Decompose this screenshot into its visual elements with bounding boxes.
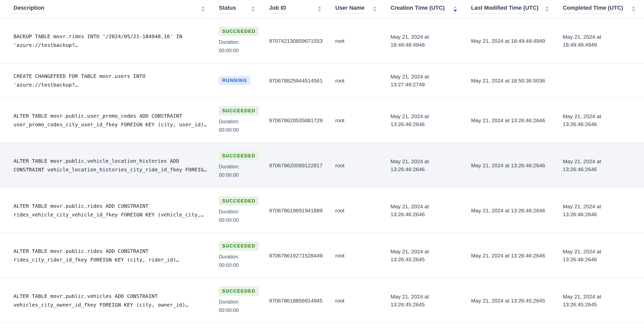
job-description-cell: ALTER TABLE movr.public.vehicles ADD CON… [14,292,219,309]
creation-time: May 21, 2024 at 13:27:49:2749 [391,73,446,88]
completed-time-cell: May 21, 2024 at 18:49:49:4949 [563,33,644,49]
sort-desc-icon [632,10,635,12]
last-modified-time-cell: May 21, 2024 at 13:26:46:2646 [471,207,563,214]
sort-asc-icon [373,6,377,8]
creation-time-cell: May 21, 2024 at 13:26:46:2646 [391,112,471,128]
last-modified-time-cell: May 21, 2024 at 18:50:36:5036 [471,77,563,85]
job-description[interactable]: ALTER TABLE movr.public.vehicles ADD CON… [14,293,188,308]
table-header-row: Description Status Job ID User Name Crea… [0,0,644,18]
sort-arrows-icon[interactable] [251,6,255,12]
job-id: 970678620535881729 [269,117,323,123]
column-header[interactable]: Status [219,5,269,13]
creation-time-cell: May 21, 2024 at 13:26:45:2645 [391,248,471,263]
column-header[interactable]: Creation Time (UTC) [391,5,471,13]
job-id-cell: 970678619691941889 [269,207,335,214]
last-modified-time: May 21, 2024 at 13:26:46:2646 [471,117,545,123]
job-id: 970678619691941889 [269,208,323,213]
duration-value: 00:00:00 [219,126,259,134]
sort-arrows-icon[interactable] [373,6,377,12]
job-row[interactable]: ALTER TABLE movr.public.vehicles ADD CON… [0,278,644,323]
job-id: 970678825944514561 [269,78,323,84]
column-header[interactable]: Job ID [269,5,335,13]
job-row[interactable]: BACKUP TABLE movr.rides INTO '/2024/05/2… [0,18,644,63]
job-description[interactable]: ALTER TABLE movr.public.user_promo_codes… [14,113,207,128]
job-row[interactable]: ALTER TABLE movr.public.rides ADD CONSTR… [0,233,644,278]
last-modified-time: May 21, 2024 at 13:26:45:2645 [471,298,545,304]
job-id-cell: 970742130859671553 [269,37,335,45]
user-name: root [335,208,344,213]
column-header[interactable]: Description [14,5,219,13]
duration-label: Duration: [219,298,259,306]
completed-time: May 21, 2024 at 13:26:46:2646 [563,248,618,263]
duration-value: 00:00:00 [219,216,259,224]
completed-time-cell: May 21, 2024 at 13:26:46:2646 [563,157,644,173]
sort-arrows-icon[interactable] [632,6,635,12]
column-header-label: Job ID [269,5,286,13]
user-name-cell: root [335,116,391,124]
creation-time: May 21, 2024 at 13:26:46:2646 [391,157,446,173]
table-body: BACKUP TABLE movr.rides INTO '/2024/05/2… [0,18,644,329]
job-description[interactable]: BACKUP TABLE movr.rides INTO '/2024/05/2… [14,33,182,48]
user-name: root [335,298,344,304]
completed-time-cell: May 21, 2024 at 13:26:46:2646 [563,202,644,218]
user-name-cell: root [335,161,391,169]
duration-label: Duration: [219,38,259,46]
completed-time: May 21, 2024 at 13:26:46:2646 [563,202,618,218]
completed-time-cell: May 21, 2024 at 13:26:46:2646 [563,248,644,263]
creation-time-cell: May 21, 2024 at 18:49:48:4948 [391,33,471,49]
job-description-cell: CREATE CHANGEFEED FOR TABLE movr.users I… [14,72,219,89]
job-id-cell: 970678618856914945 [269,297,335,305]
duration-label: Duration: [219,253,259,261]
user-name-cell: root [335,207,391,214]
sort-asc-icon [632,6,635,8]
user-name: root [335,78,344,84]
job-description[interactable]: CREATE CHANGEFEED FOR TABLE movr.users I… [14,73,145,88]
status-badge: SUCCEEDED [219,151,259,160]
sort-desc-icon [545,10,549,12]
user-name: root [335,38,344,44]
sort-arrows-icon[interactable] [545,6,549,12]
job-row[interactable]: IMPORT INTO movr.public.rides CSV DATA (… [0,323,644,329]
job-row[interactable]: ALTER TABLE movr.public.user_promo_codes… [0,98,644,143]
job-status-cell: SUCCEEDED Duration: 00:00:00 [219,27,269,55]
completed-time-cell: May 21, 2024 at 13:26:46:2646 [563,112,644,128]
column-header-label: Description [14,5,44,13]
job-status-cell: RUNNING [219,76,269,85]
last-modified-time: May 21, 2024 at 13:26:46:2646 [471,162,545,168]
completed-time: May 21, 2024 at 13:26:45:2645 [563,293,618,308]
creation-time-cell: May 21, 2024 at 13:26:45:2645 [391,293,471,308]
job-row[interactable]: ALTER TABLE movr.public.rides ADD CONSTR… [0,188,644,233]
jobs-table: Description Status Job ID User Name Crea… [0,0,644,329]
last-modified-time: May 21, 2024 at 13:26:46:2646 [471,208,545,213]
sort-arrows-icon[interactable] [318,6,321,12]
column-header[interactable]: Last Modified Time (UTC) [471,5,563,13]
column-header[interactable]: Completed Time (UTC) [563,5,644,13]
user-name-cell: root [335,297,391,305]
job-id: 970678619271528449 [269,253,323,258]
column-header-label: Last Modified Time (UTC) [471,5,539,13]
job-id: 970742130859671553 [269,38,323,44]
job-description[interactable]: ALTER TABLE movr.public.rides ADD CONSTR… [14,203,204,218]
column-header[interactable]: User Name [335,5,391,13]
column-header-label: Creation Time (UTC) [391,5,445,13]
job-row[interactable]: CREATE CHANGEFEED FOR TABLE movr.users I… [0,63,644,98]
creation-time-cell: May 21, 2024 at 13:26:46:2646 [391,157,471,173]
user-name-cell: root [335,37,391,45]
sort-arrows-icon[interactable] [201,6,205,12]
column-header-label: Completed Time (UTC) [563,5,623,13]
sort-asc-icon [453,6,457,8]
sort-arrows-icon[interactable] [453,6,457,12]
job-id-cell: 970678620089122817 [269,161,335,169]
job-description[interactable]: ALTER TABLE movr.public.vehicle_location… [14,158,207,173]
status-badge: SUCCEEDED [219,241,259,251]
duration-label: Duration: [219,117,259,126]
job-description[interactable]: ALTER TABLE movr.public.rides ADD CONSTR… [14,248,179,263]
sort-desc-icon [453,10,457,12]
job-row[interactable]: ALTER TABLE movr.public.vehicle_location… [0,143,644,188]
job-id-cell: 970678825944514561 [269,77,335,85]
user-name-cell: root [335,77,391,85]
sort-desc-icon [251,10,255,12]
column-header-label: User Name [335,5,365,13]
last-modified-time-cell: May 21, 2024 at 13:26:46:2646 [471,116,563,124]
sort-desc-icon [318,10,321,12]
